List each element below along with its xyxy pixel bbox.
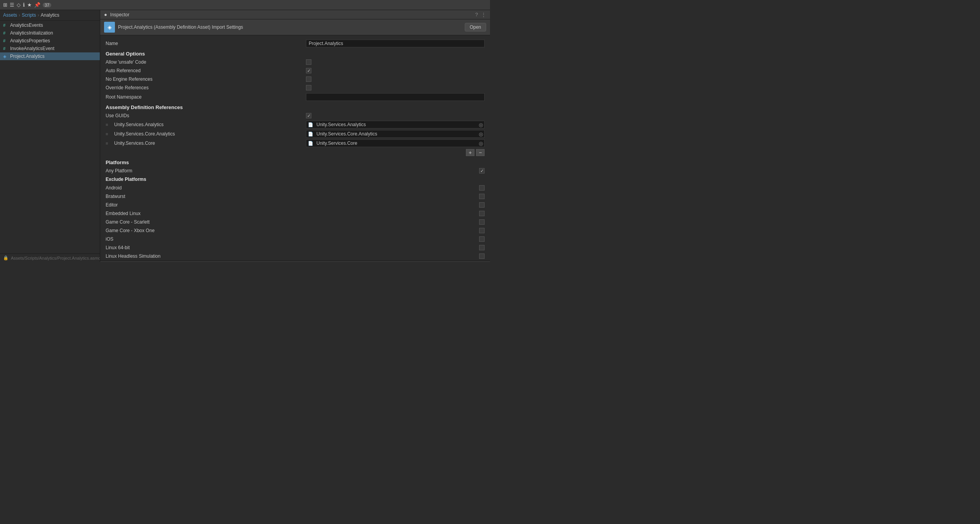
ref-field-wrap: 📄 Unity.Services.Core ◎	[306, 139, 485, 147]
auto-referenced-checkbox[interactable]	[306, 68, 311, 73]
platforms-header: Platforms	[100, 157, 490, 167]
file-name: AnalyticsEvents	[10, 23, 43, 28]
star-icon[interactable]: ★	[27, 2, 32, 8]
platform-label: Editor	[106, 202, 476, 208]
sidebar-file-item[interactable]: # AnalyticsInitialization	[0, 29, 100, 37]
allow-unsafe-label: Allow 'unsafe' Code	[106, 59, 306, 65]
file-icon: #	[3, 31, 9, 35]
root-namespace-label: Root Namespace	[106, 94, 306, 100]
root-namespace-field[interactable]	[306, 93, 485, 101]
allow-unsafe-row: Allow 'unsafe' Code	[100, 58, 490, 66]
drag-handle-icon: ≡	[106, 132, 111, 136]
auto-referenced-label: Auto Referenced	[106, 68, 306, 73]
info-icon[interactable]: ℹ	[23, 2, 25, 8]
no-engine-refs-label: No Engine References	[106, 76, 306, 82]
inspector-header-icons: ? ⋮	[475, 12, 486, 17]
platform-checkbox[interactable]	[479, 236, 485, 242]
no-engine-refs-checkbox[interactable]	[306, 76, 311, 82]
auto-referenced-row: Auto Referenced	[100, 66, 490, 75]
ref-field-target-icon[interactable]: ◎	[477, 121, 484, 128]
badge-count: 37	[43, 3, 51, 7]
file-name: InvokeAnalyticsEvent	[10, 46, 54, 51]
file-name: AnalyticsProperties	[10, 38, 50, 43]
asset-type-icon: ◈	[104, 22, 115, 33]
breadcrumb-scripts[interactable]: Scripts	[22, 12, 36, 18]
platform-label: Game Core - Scarlett	[106, 219, 476, 225]
platform-checkbox[interactable]	[479, 228, 485, 233]
file-icon: ◈	[3, 54, 9, 59]
no-engine-refs-checkbox-wrap	[306, 76, 485, 82]
use-guids-checkbox[interactable]	[306, 113, 311, 118]
assembly-ref-row: ≡ Unity.Services.Core 📄 Unity.Services.C…	[100, 139, 490, 148]
breadcrumb-current: Analytics	[41, 12, 59, 18]
drag-handle-icon: ≡	[106, 122, 111, 127]
root-namespace-row: Root Namespace	[100, 92, 490, 102]
platform-checkbox[interactable]	[479, 194, 485, 199]
any-platform-row: Any Platform	[100, 167, 490, 175]
drag-handle-icon: ≡	[106, 141, 111, 146]
hamburger-icon[interactable]: ☰	[10, 2, 14, 8]
assembly-ref-row: ≡ Unity.Services.Analytics 📄 Unity.Servi…	[100, 120, 490, 129]
ref-field-wrap: 📄 Unity.Services.Analytics ◎	[306, 121, 485, 128]
asset-labels-header: Asset Labels	[100, 260, 490, 262]
sidebar-lock-icon: 🔒	[3, 255, 9, 260]
pin-icon[interactable]: 📌	[34, 2, 40, 8]
inspector-tab-title: Inspector	[110, 12, 129, 17]
platform-item-row: iOS	[100, 235, 490, 243]
platform-checkbox[interactable]	[479, 253, 485, 259]
file-icon: #	[3, 23, 9, 28]
file-icon: #	[3, 38, 9, 43]
ref-field-wrap: 📄 Unity.Services.Core.Analytics ◎	[306, 130, 485, 138]
sidebar-file-item[interactable]: ◈ Project.Analytics	[0, 52, 100, 60]
platform-checkbox[interactable]	[479, 219, 485, 225]
name-label: Name	[106, 41, 306, 46]
breadcrumb: Assets › Scripts › Analytics	[0, 10, 100, 21]
platform-label: Android	[106, 185, 476, 191]
platform-checkbox[interactable]	[479, 202, 485, 208]
exclude-platforms-label: Exclude Platforms	[106, 177, 485, 182]
platform-label: Linux Headless Simulation	[106, 253, 476, 259]
ref-left-name: Unity.Services.Core.Analytics	[114, 131, 303, 137]
root-namespace-value-wrap	[306, 93, 485, 101]
open-button[interactable]: Open	[465, 23, 486, 31]
ref-field-target-icon[interactable]: ◎	[477, 130, 484, 137]
use-guids-checkbox-wrap	[306, 113, 485, 118]
add-reference-button[interactable]: +	[466, 149, 474, 156]
inspector-menu-icon[interactable]: ⋮	[481, 12, 486, 17]
refs-container: ≡ Unity.Services.Analytics 📄 Unity.Servi…	[100, 120, 490, 148]
remove-reference-button[interactable]: −	[476, 149, 485, 156]
sidebar-path: Assets/Scripts/Analytics/Project.Analyti…	[11, 256, 100, 260]
platform-checkbox[interactable]	[479, 185, 485, 191]
any-platform-label: Any Platform	[106, 168, 476, 174]
inspector-bullet: ●	[104, 12, 107, 17]
file-icon: #	[3, 46, 9, 51]
ref-field-target-icon[interactable]: ◎	[477, 140, 484, 147]
use-guids-label: Use GUIDs	[106, 113, 306, 118]
general-options-header: General Options	[100, 49, 490, 58]
platform-checkbox[interactable]	[479, 211, 485, 216]
inspector-help-icon[interactable]: ?	[475, 12, 478, 17]
file-list: # AnalyticsEvents # AnalyticsInitializat…	[0, 21, 100, 61]
platform-item-row: Linux 64-bit	[100, 243, 490, 252]
assembly-refs-header: Assembly Definition References	[100, 102, 490, 111]
platform-checkbox[interactable]	[479, 245, 485, 250]
sidebar-file-item[interactable]: # AnalyticsEvents	[0, 21, 100, 29]
inspector-content: Name General Options Allow 'unsafe' Code…	[100, 35, 490, 262]
sidebar-file-item[interactable]: # AnalyticsProperties	[0, 37, 100, 45]
ref-left-name: Unity.Services.Analytics	[114, 122, 303, 127]
ref-left-name: Unity.Services.Core	[114, 141, 303, 146]
inspector-title-text: Project.Analytics (Assembly Definition A…	[118, 24, 462, 30]
breadcrumb-assets[interactable]: Assets	[3, 12, 17, 18]
override-refs-checkbox[interactable]	[306, 85, 311, 90]
inspector-header: ● Inspector ? ⋮	[100, 10, 490, 19]
sidebar: Assets › Scripts › Analytics # Analytics…	[0, 10, 100, 262]
any-platform-checkbox[interactable]	[479, 168, 485, 174]
platform-item-row: Linux Headless Simulation	[100, 252, 490, 260]
sidebar-file-item[interactable]: # InvokeAnalyticsEvent	[0, 45, 100, 52]
diamond-icon[interactable]: ◇	[17, 2, 21, 8]
ref-field-doc-icon: 📄	[306, 122, 315, 127]
name-field[interactable]	[306, 40, 485, 47]
platform-label: iOS	[106, 236, 476, 242]
window-icon: ⊞	[3, 2, 7, 8]
allow-unsafe-checkbox[interactable]	[306, 59, 311, 65]
